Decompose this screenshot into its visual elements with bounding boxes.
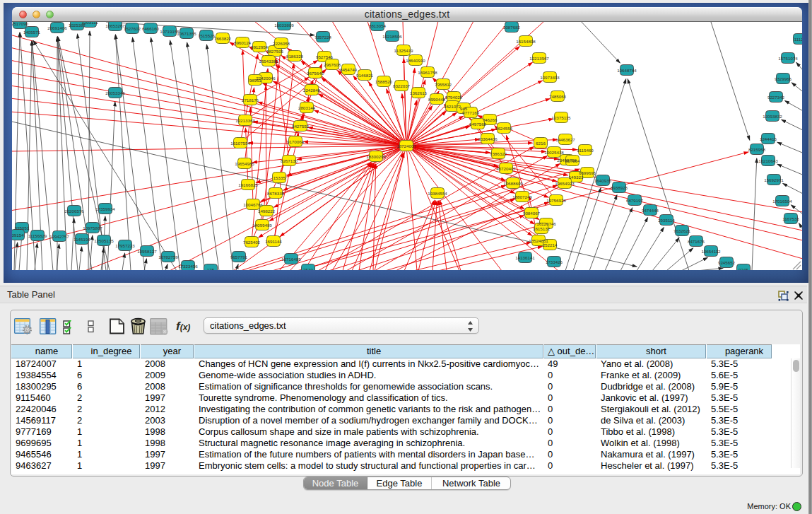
svg-text:17016504: 17016504 bbox=[772, 199, 792, 204]
svg-text:11122: 11122 bbox=[794, 37, 802, 42]
svg-text:1691144: 1691144 bbox=[265, 239, 282, 244]
svg-text:6497568: 6497568 bbox=[469, 122, 487, 127]
svg-text:10046766: 10046766 bbox=[243, 202, 263, 207]
svg-text:2242848: 2242848 bbox=[303, 88, 321, 93]
svg-text:2803144: 2803144 bbox=[298, 105, 316, 110]
svg-text:20364436: 20364436 bbox=[478, 136, 498, 141]
svg-text:15335: 15335 bbox=[273, 175, 286, 180]
svg-text:3675645: 3675645 bbox=[307, 71, 324, 76]
svg-text:6879197: 6879197 bbox=[626, 198, 644, 203]
svg-text:7955812: 7955812 bbox=[435, 82, 452, 87]
svg-text:1167533: 1167533 bbox=[782, 216, 799, 221]
svg-text:1498222: 1498222 bbox=[258, 209, 276, 214]
svg-text:7357224: 7357224 bbox=[314, 35, 332, 40]
svg-text:9827505: 9827505 bbox=[266, 49, 284, 54]
svg-text:1527602: 1527602 bbox=[124, 26, 141, 31]
svg-text:2967608: 2967608 bbox=[324, 62, 341, 67]
svg-text:19654923: 19654923 bbox=[555, 181, 575, 186]
svg-text:12942757: 12942757 bbox=[49, 234, 69, 239]
svg-text:10958127: 10958127 bbox=[137, 249, 157, 254]
svg-text:12093832: 12093832 bbox=[763, 114, 782, 119]
svg-text:1203111: 1203111 bbox=[81, 22, 98, 25]
svg-text:9474444: 9474444 bbox=[642, 208, 659, 213]
svg-text:7515526: 7515526 bbox=[198, 33, 216, 38]
svg-text:8267130: 8267130 bbox=[281, 158, 298, 163]
svg-text:252214: 252214 bbox=[543, 243, 558, 247]
svg-text:15751074: 15751074 bbox=[778, 56, 798, 61]
svg-text:1244415: 1244415 bbox=[760, 136, 777, 141]
svg-text:9084067: 9084067 bbox=[523, 211, 541, 216]
svg-text:14136141: 14136141 bbox=[515, 255, 535, 260]
svg-text:98961: 98961 bbox=[249, 78, 261, 83]
svg-text:16782759: 16782759 bbox=[158, 255, 178, 259]
svg-text:16154808: 16154808 bbox=[516, 39, 536, 44]
svg-text:16543382: 16543382 bbox=[259, 59, 278, 64]
svg-text:39154: 39154 bbox=[12, 233, 24, 238]
svg-text:10653267: 10653267 bbox=[105, 23, 125, 28]
svg-text:20053346: 20053346 bbox=[105, 90, 125, 95]
svg-text:10648784: 10648784 bbox=[617, 68, 637, 73]
svg-text:1405571: 1405571 bbox=[23, 30, 41, 35]
svg-text:2718176: 2718176 bbox=[242, 98, 259, 103]
svg-text:15692971: 15692971 bbox=[764, 177, 784, 182]
svg-text:10654112: 10654112 bbox=[701, 249, 721, 254]
svg-text:10975867: 10975867 bbox=[83, 226, 102, 230]
svg-text:9329966: 9329966 bbox=[775, 76, 792, 81]
svg-text:8912954: 8912954 bbox=[251, 45, 269, 49]
svg-text:17957223: 17957223 bbox=[115, 243, 135, 248]
svg-text:9146821: 9146821 bbox=[356, 73, 374, 78]
svg-text:7625402: 7625402 bbox=[243, 240, 261, 245]
svg-text:7632621: 7632621 bbox=[673, 228, 691, 233]
svg-text:10688609: 10688609 bbox=[503, 181, 523, 186]
svg-text:17323456: 17323456 bbox=[178, 264, 198, 269]
svg-text:9777169: 9777169 bbox=[462, 110, 480, 115]
svg-text:18807249: 18807249 bbox=[512, 194, 532, 199]
svg-text:19756928: 19756928 bbox=[546, 198, 566, 203]
svg-text:8215958: 8215958 bbox=[748, 147, 766, 152]
svg-text:14099489: 14099489 bbox=[252, 223, 272, 228]
svg-text:8960124: 8960124 bbox=[234, 40, 252, 45]
svg-text:9115460: 9115460 bbox=[577, 148, 594, 153]
svg-text:8471676: 8471676 bbox=[688, 239, 705, 244]
svg-text:12375115: 12375115 bbox=[551, 115, 571, 120]
svg-text:16033809: 16033809 bbox=[274, 23, 294, 28]
svg-text:1615132: 1615132 bbox=[533, 226, 551, 231]
svg-text:10973493: 10973493 bbox=[540, 75, 560, 80]
svg-text:1621072: 1621072 bbox=[444, 104, 461, 109]
svg-text:16107554: 16107554 bbox=[230, 141, 250, 146]
svg-text:2087682: 2087682 bbox=[503, 25, 521, 30]
svg-text:16210643: 16210643 bbox=[758, 158, 778, 163]
svg-text:8186328: 8186328 bbox=[286, 54, 304, 59]
svg-text:7485063: 7485063 bbox=[549, 94, 567, 99]
svg-text:7663822: 7663822 bbox=[214, 36, 232, 41]
svg-text:9245652: 9245652 bbox=[718, 260, 736, 265]
svg-text:19218506: 19218506 bbox=[382, 34, 402, 39]
svg-text:12213363: 12213363 bbox=[235, 118, 255, 123]
svg-text:2935114: 2935114 bbox=[658, 218, 675, 223]
svg-text:14463627: 14463627 bbox=[555, 137, 575, 142]
svg-text:10671355: 10671355 bbox=[177, 31, 196, 36]
svg-text:1588520: 1588520 bbox=[375, 79, 393, 84]
svg-text:9245: 9245 bbox=[739, 267, 748, 271]
svg-text:9170064: 9170064 bbox=[287, 139, 305, 144]
svg-text:2226058: 2226058 bbox=[273, 41, 290, 46]
svg-text:1362615: 1362615 bbox=[410, 90, 428, 95]
svg-text:16120746: 16120746 bbox=[536, 221, 556, 226]
svg-text:20691406: 20691406 bbox=[47, 25, 67, 30]
svg-text:1145194: 1145194 bbox=[73, 237, 90, 242]
svg-text:6466160: 6466160 bbox=[142, 26, 160, 31]
svg-text:8938923: 8938923 bbox=[611, 185, 628, 190]
svg-text:8678335: 8678335 bbox=[267, 191, 285, 196]
svg-text:8427552: 8427552 bbox=[292, 124, 310, 129]
svg-text:149323: 149323 bbox=[569, 175, 584, 180]
svg-text:45720407: 45720407 bbox=[496, 166, 516, 171]
svg-text:11156829: 11156829 bbox=[28, 233, 47, 238]
svg-text:9657791: 9657791 bbox=[230, 255, 248, 259]
svg-text:18640910: 18640910 bbox=[406, 58, 425, 63]
svg-text:19654985: 19654985 bbox=[235, 161, 254, 166]
svg-text:12213967: 12213967 bbox=[529, 56, 549, 61]
svg-text:6216: 6216 bbox=[536, 141, 546, 146]
svg-text:8990448: 8990448 bbox=[428, 97, 446, 102]
svg-text:9227342: 9227342 bbox=[767, 95, 785, 100]
svg-text:2530: 2530 bbox=[303, 267, 313, 271]
